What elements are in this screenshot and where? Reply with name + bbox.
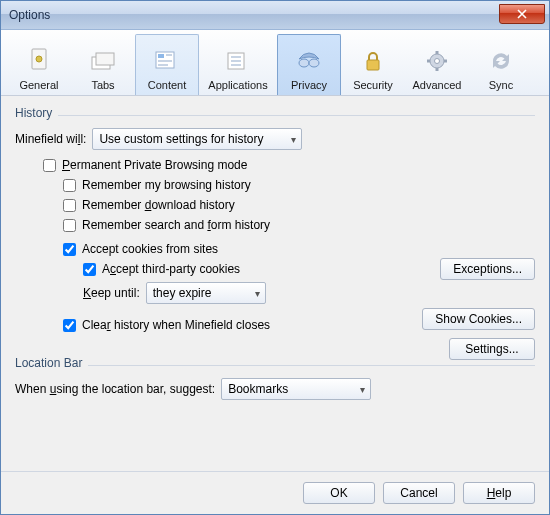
tab-sync[interactable]: Sync [469,34,533,95]
svg-rect-8 [158,64,168,66]
divider [88,365,535,366]
tab-applications[interactable]: Applications [199,34,277,95]
remember-form-label: Remember search and form history [82,218,270,232]
ok-button[interactable]: OK [303,482,375,504]
clear-settings-button[interactable]: Settings... [449,338,535,360]
accept-third-party-label: Accept third-party cookies [102,262,240,276]
tab-label: General [19,79,58,91]
close-button[interactable] [499,4,545,24]
svg-rect-12 [231,64,241,66]
svg-rect-15 [367,60,379,70]
sync-icon [487,47,515,75]
remember-browsing-label: Remember my browsing history [82,178,251,192]
svg-rect-10 [231,56,241,58]
remember-browsing-checkbox[interactable] [63,179,76,192]
dialog-footer: OK Cancel Help [1,471,549,514]
cancel-button[interactable]: Cancel [383,482,455,504]
exceptions-button[interactable]: Exceptions... [440,258,535,280]
applications-icon [224,47,252,75]
lock-icon [359,47,387,75]
location-heading: Location Bar [15,356,82,370]
location-suggest-label: When using the location bar, suggest: [15,382,215,396]
tab-label: Security [353,79,393,91]
tab-tabs[interactable]: Tabs [71,34,135,95]
clear-on-close-checkbox[interactable] [63,319,76,332]
accept-cookies-checkbox[interactable] [63,243,76,256]
svg-point-17 [435,59,440,64]
history-mode-select[interactable]: Use custom settings for history [92,128,302,150]
remember-download-label: Remember download history [82,198,235,212]
remember-download-checkbox[interactable] [63,199,76,212]
history-heading: History [15,106,52,120]
help-button[interactable]: Help [463,482,535,504]
permanent-private-label: Permanent Private Browsing mode [62,158,247,172]
tab-label: Tabs [91,79,114,91]
gear-icon [423,47,451,75]
tab-advanced[interactable]: Advanced [405,34,469,95]
tab-label: Advanced [413,79,462,91]
svg-rect-11 [231,60,241,62]
keep-until-select[interactable]: they expire [146,282,266,304]
divider [58,115,535,116]
svg-rect-3 [96,53,114,65]
options-window: Options General Tabs Content [0,0,550,515]
keep-until-label: Keep until: [83,286,140,300]
svg-rect-7 [158,60,172,62]
tab-security[interactable]: Security [341,34,405,95]
tab-strip: General Tabs Content Applications Privac… [1,30,549,96]
tab-label: Applications [208,79,267,91]
tab-privacy[interactable]: Privacy [277,34,341,95]
svg-point-1 [36,56,42,62]
privacy-icon [295,47,323,75]
show-cookies-button[interactable]: Show Cookies... [422,308,535,330]
clear-on-close-label: Clear history when Minefield closes [82,318,270,332]
accept-cookies-label: Accept cookies from sites [82,242,218,256]
svg-point-13 [299,59,309,67]
panel-body: History Minefield will: Use custom setti… [1,96,549,471]
tabs-icon [89,47,117,75]
svg-rect-6 [166,54,172,56]
remember-form-checkbox[interactable] [63,219,76,232]
permanent-private-checkbox[interactable] [43,159,56,172]
content-icon [153,47,181,75]
titlebar: Options [1,1,549,30]
tab-content[interactable]: Content [135,34,199,95]
tab-general[interactable]: General [7,34,71,95]
svg-point-14 [309,59,319,67]
tab-label: Sync [489,79,513,91]
accept-third-party-checkbox[interactable] [83,263,96,276]
location-suggest-select[interactable]: Bookmarks [221,378,371,400]
minefield-will-label: Minefield will: [15,132,86,146]
tab-label: Content [148,79,187,91]
general-icon [25,47,53,75]
window-title: Options [9,8,50,22]
tab-label: Privacy [291,79,327,91]
close-icon [517,9,527,19]
svg-rect-5 [158,54,164,58]
